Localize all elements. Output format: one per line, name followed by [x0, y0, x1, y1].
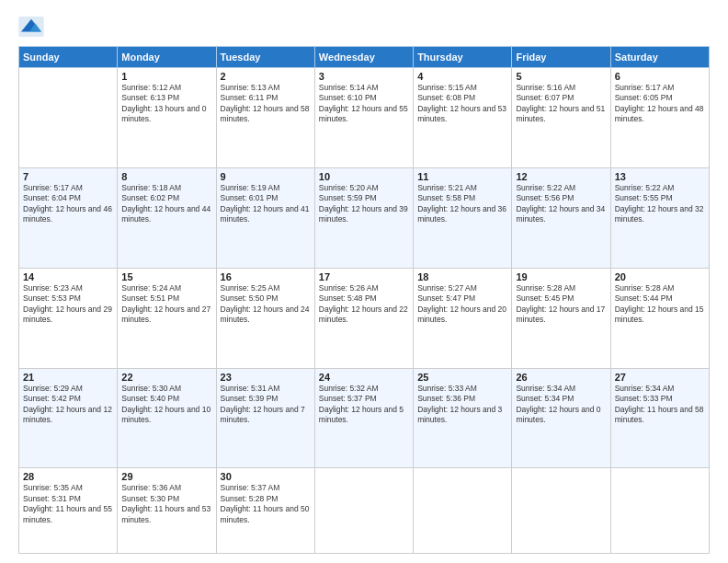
day-number: 27 [615, 372, 705, 383]
calendar-cell [314, 468, 413, 554]
calendar-cell: 19Sunrise: 5:28 AMSunset: 5:45 PMDayligh… [512, 268, 610, 368]
day-number: 17 [319, 271, 409, 282]
calendar-cell: 26Sunrise: 5:34 AMSunset: 5:34 PMDayligh… [512, 368, 610, 468]
calendar-cell: 17Sunrise: 5:26 AMSunset: 5:48 PMDayligh… [314, 268, 413, 368]
calendar-cell: 5Sunrise: 5:16 AMSunset: 6:07 PMDaylight… [512, 68, 610, 168]
day-number: 25 [417, 372, 507, 383]
day-number: 4 [417, 71, 507, 82]
day-number: 1 [121, 71, 211, 82]
day-number: 6 [615, 71, 705, 82]
cell-info: Sunrise: 5:29 AMSunset: 5:42 PMDaylight:… [23, 384, 113, 426]
calendar-cell: 24Sunrise: 5:32 AMSunset: 5:37 PMDayligh… [314, 368, 413, 468]
cell-info: Sunrise: 5:17 AMSunset: 6:05 PMDaylight:… [615, 83, 705, 125]
cell-info: Sunrise: 5:14 AMSunset: 6:10 PMDaylight:… [319, 83, 409, 125]
day-number: 30 [221, 471, 311, 482]
cell-info: Sunrise: 5:33 AMSunset: 5:36 PMDaylight:… [417, 384, 507, 426]
calendar-cell: 29Sunrise: 5:36 AMSunset: 5:30 PMDayligh… [118, 468, 216, 554]
day-number: 2 [221, 71, 311, 82]
day-number: 14 [23, 271, 113, 282]
calendar-cell [19, 68, 118, 168]
day-number: 15 [121, 271, 211, 282]
calendar-cell: 15Sunrise: 5:24 AMSunset: 5:51 PMDayligh… [118, 268, 216, 368]
calendar-cell: 27Sunrise: 5:34 AMSunset: 5:33 PMDayligh… [610, 368, 709, 468]
weekday-header-tuesday: Tuesday [216, 47, 314, 68]
calendar-cell: 28Sunrise: 5:35 AMSunset: 5:31 PMDayligh… [19, 468, 118, 554]
cell-info: Sunrise: 5:13 AMSunset: 6:11 PMDaylight:… [221, 83, 311, 125]
calendar-cell: 16Sunrise: 5:25 AMSunset: 5:50 PMDayligh… [216, 268, 314, 368]
weekday-header-row: SundayMondayTuesdayWednesdayThursdayFrid… [19, 47, 710, 68]
weekday-header-saturday: Saturday [610, 47, 709, 68]
calendar-cell: 1Sunrise: 5:12 AMSunset: 6:13 PMDaylight… [118, 68, 216, 168]
weekday-header-sunday: Sunday [19, 47, 118, 68]
calendar-cell: 20Sunrise: 5:28 AMSunset: 5:44 PMDayligh… [610, 268, 709, 368]
weekday-header-thursday: Thursday [414, 47, 512, 68]
cell-info: Sunrise: 5:21 AMSunset: 5:58 PMDaylight:… [417, 183, 507, 225]
day-number: 10 [319, 171, 409, 182]
calendar-week-row: 21Sunrise: 5:29 AMSunset: 5:42 PMDayligh… [19, 368, 710, 468]
cell-info: Sunrise: 5:16 AMSunset: 6:07 PMDaylight:… [516, 83, 606, 125]
calendar-cell: 8Sunrise: 5:18 AMSunset: 6:02 PMDaylight… [118, 167, 216, 268]
cell-info: Sunrise: 5:20 AMSunset: 5:59 PMDaylight:… [319, 183, 409, 225]
cell-info: Sunrise: 5:22 AMSunset: 5:56 PMDaylight:… [516, 183, 606, 225]
day-number: 11 [417, 171, 507, 182]
day-number: 5 [516, 71, 606, 82]
cell-info: Sunrise: 5:15 AMSunset: 6:08 PMDaylight:… [417, 83, 507, 125]
calendar-cell [610, 468, 709, 554]
logo [18, 17, 48, 37]
cell-info: Sunrise: 5:26 AMSunset: 5:48 PMDaylight:… [319, 283, 409, 326]
cell-info: Sunrise: 5:36 AMSunset: 5:30 PMDaylight:… [121, 483, 211, 525]
day-number: 23 [221, 372, 311, 383]
day-number: 12 [516, 171, 606, 182]
header [18, 17, 710, 37]
calendar-cell: 2Sunrise: 5:13 AMSunset: 6:11 PMDaylight… [216, 68, 314, 168]
cell-info: Sunrise: 5:30 AMSunset: 5:40 PMDaylight:… [121, 384, 211, 426]
cell-info: Sunrise: 5:34 AMSunset: 5:33 PMDaylight:… [615, 384, 705, 426]
weekday-header-friday: Friday [512, 47, 610, 68]
calendar-cell: 14Sunrise: 5:23 AMSunset: 5:53 PMDayligh… [19, 268, 118, 368]
day-number: 22 [121, 372, 211, 383]
calendar-table: SundayMondayTuesdayWednesdayThursdayFrid… [18, 46, 710, 554]
calendar-week-row: 7Sunrise: 5:17 AMSunset: 6:04 PMDaylight… [19, 167, 710, 268]
calendar-cell: 4Sunrise: 5:15 AMSunset: 6:08 PMDaylight… [414, 68, 512, 168]
cell-info: Sunrise: 5:17 AMSunset: 6:04 PMDaylight:… [23, 183, 113, 225]
calendar-cell: 13Sunrise: 5:22 AMSunset: 5:55 PMDayligh… [610, 167, 709, 268]
weekday-header-monday: Monday [118, 47, 216, 68]
day-number: 13 [615, 171, 705, 182]
cell-info: Sunrise: 5:28 AMSunset: 5:44 PMDaylight:… [615, 283, 705, 326]
calendar-cell: 12Sunrise: 5:22 AMSunset: 5:56 PMDayligh… [512, 167, 610, 268]
weekday-header-wednesday: Wednesday [314, 47, 413, 68]
calendar-cell: 11Sunrise: 5:21 AMSunset: 5:58 PMDayligh… [414, 167, 512, 268]
cell-info: Sunrise: 5:22 AMSunset: 5:55 PMDaylight:… [615, 183, 705, 225]
calendar-cell [414, 468, 512, 554]
day-number: 9 [221, 171, 311, 182]
cell-info: Sunrise: 5:28 AMSunset: 5:45 PMDaylight:… [516, 283, 606, 326]
cell-info: Sunrise: 5:37 AMSunset: 5:28 PMDaylight:… [221, 483, 311, 525]
cell-info: Sunrise: 5:32 AMSunset: 5:37 PMDaylight:… [319, 384, 409, 426]
calendar-cell: 18Sunrise: 5:27 AMSunset: 5:47 PMDayligh… [414, 268, 512, 368]
calendar-cell: 21Sunrise: 5:29 AMSunset: 5:42 PMDayligh… [19, 368, 118, 468]
calendar-cell: 10Sunrise: 5:20 AMSunset: 5:59 PMDayligh… [314, 167, 413, 268]
calendar-cell: 22Sunrise: 5:30 AMSunset: 5:40 PMDayligh… [118, 368, 216, 468]
day-number: 21 [23, 372, 113, 383]
day-number: 28 [23, 471, 113, 482]
calendar-week-row: 28Sunrise: 5:35 AMSunset: 5:31 PMDayligh… [19, 468, 710, 554]
cell-info: Sunrise: 5:31 AMSunset: 5:39 PMDaylight:… [221, 384, 311, 426]
cell-info: Sunrise: 5:18 AMSunset: 6:02 PMDaylight:… [121, 183, 211, 225]
calendar-week-row: 14Sunrise: 5:23 AMSunset: 5:53 PMDayligh… [19, 268, 710, 368]
calendar-cell: 30Sunrise: 5:37 AMSunset: 5:28 PMDayligh… [216, 468, 314, 554]
calendar-cell: 6Sunrise: 5:17 AMSunset: 6:05 PMDaylight… [610, 68, 709, 168]
cell-info: Sunrise: 5:24 AMSunset: 5:51 PMDaylight:… [121, 283, 211, 326]
calendar-cell: 9Sunrise: 5:19 AMSunset: 6:01 PMDaylight… [216, 167, 314, 268]
cell-info: Sunrise: 5:34 AMSunset: 5:34 PMDaylight:… [516, 384, 606, 426]
calendar-cell: 3Sunrise: 5:14 AMSunset: 6:10 PMDaylight… [314, 68, 413, 168]
cell-info: Sunrise: 5:12 AMSunset: 6:13 PMDaylight:… [121, 83, 211, 125]
cell-info: Sunrise: 5:19 AMSunset: 6:01 PMDaylight:… [221, 183, 311, 225]
day-number: 8 [121, 171, 211, 182]
day-number: 16 [221, 271, 311, 282]
day-number: 26 [516, 372, 606, 383]
day-number: 29 [121, 471, 211, 482]
calendar-cell [512, 468, 610, 554]
page: SundayMondayTuesdayWednesdayThursdayFrid… [0, 0, 728, 563]
calendar-cell: 25Sunrise: 5:33 AMSunset: 5:36 PMDayligh… [414, 368, 512, 468]
logo-icon [18, 17, 44, 37]
